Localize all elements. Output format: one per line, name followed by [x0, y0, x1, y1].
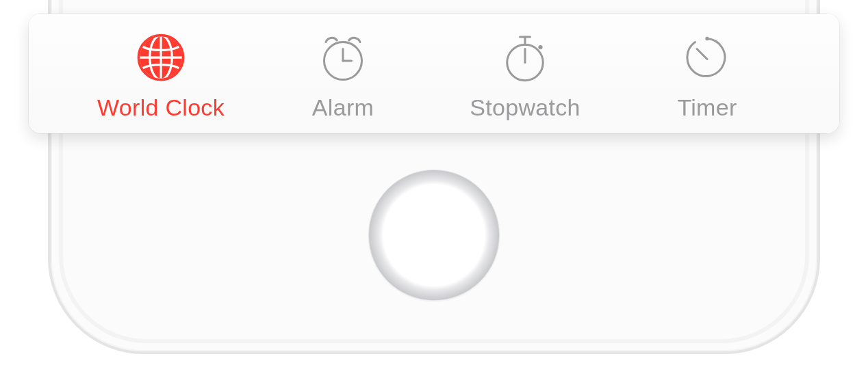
stopwatch-icon — [498, 26, 552, 85]
tab-timer-label: Timer — [677, 94, 737, 121]
globe-icon — [133, 26, 188, 85]
clock-app-tabbar: World Clock Alarm Stopwatch — [29, 14, 839, 133]
home-button[interactable] — [368, 170, 500, 301]
svg-line-14 — [697, 49, 707, 59]
svg-point-15 — [705, 37, 709, 41]
tab-world-clock[interactable]: World Clock — [70, 26, 252, 121]
tab-alarm[interactable]: Alarm — [252, 26, 434, 121]
alarm-icon — [316, 26, 370, 85]
tab-world-clock-label: World Clock — [97, 94, 225, 121]
tab-timer[interactable]: Timer — [616, 26, 798, 121]
tab-stopwatch-label: Stopwatch — [470, 94, 580, 121]
timer-icon — [680, 26, 735, 85]
svg-point-13 — [538, 45, 542, 49]
tab-alarm-label: Alarm — [312, 94, 374, 121]
tab-stopwatch[interactable]: Stopwatch — [434, 26, 616, 121]
